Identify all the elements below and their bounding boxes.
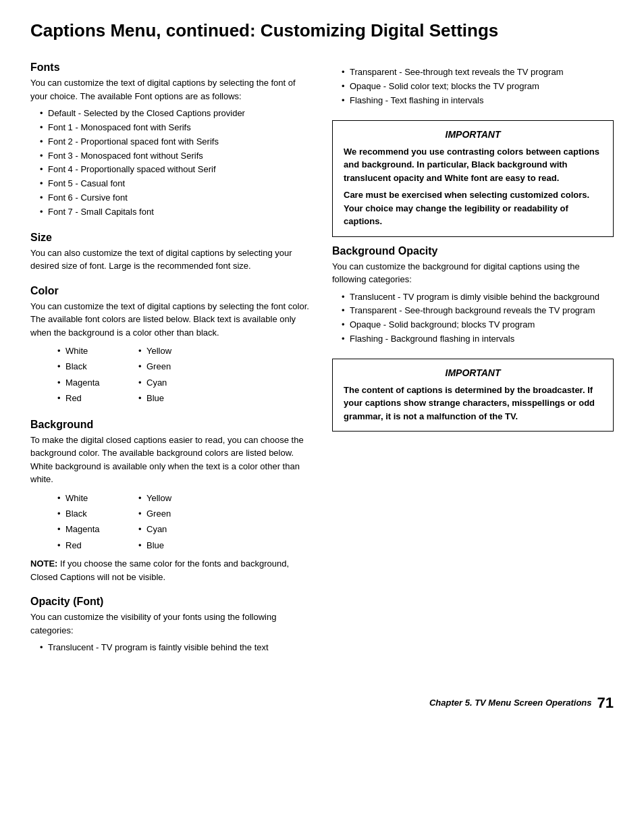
list-item: Flashing - Background flashing in interv… — [343, 332, 614, 346]
background-opacity-section: Background Opacity You can customize the… — [332, 245, 614, 346]
list-item: Translucent - TV program is dimly visibl… — [343, 290, 614, 305]
important-title-2: IMPORTANT — [344, 367, 602, 378]
fonts-heading: Fonts — [30, 61, 312, 74]
list-item: Flashing - Text flashing in intervals — [343, 94, 614, 108]
color-item: Green — [138, 506, 219, 521]
color-item: Magenta — [57, 375, 138, 390]
opacity-font-heading: Opacity (Font) — [30, 596, 312, 608]
list-item: Default - Selected by the Closed Caption… — [41, 107, 312, 121]
important-paragraph-3: The content of captions is determined by… — [344, 384, 602, 423]
color-item: Blue — [138, 538, 219, 553]
page-title: Captions Menu, continued: Customizing Di… — [30, 20, 614, 41]
important-box-1: IMPORTANT We recommend you use contrasti… — [332, 120, 614, 237]
important-paragraph-1: We recommend you use contrasting colors … — [344, 145, 602, 185]
background-section: Background To make the digital closed ca… — [30, 419, 312, 584]
size-body: You can also customize the text of digit… — [30, 246, 312, 273]
color-item: White — [57, 490, 138, 506]
page-number: 71 — [597, 694, 614, 712]
list-item: Transparent - See-through background rev… — [343, 304, 614, 318]
background-note: NOTE: If you choose the same color for t… — [30, 557, 312, 583]
fonts-body: You can customize the text of digital ca… — [30, 76, 312, 103]
color-item: Black — [57, 359, 138, 374]
left-column: Fonts You can customize the text of digi… — [30, 61, 312, 667]
background-opacity-list: Translucent - TV program is dimly visibl… — [332, 290, 614, 346]
list-item: Transparent - See-through text reveals t… — [343, 66, 614, 80]
background-color-grid: White Yellow Black Green Magenta Cyan Re… — [30, 490, 312, 554]
color-item: Cyan — [138, 521, 219, 537]
important-box-2: IMPORTANT The content of captions is det… — [332, 359, 614, 432]
color-section: Color You can customize the text of digi… — [30, 285, 312, 407]
list-item: Font 1 - Monospaced font with Serifs — [41, 121, 312, 135]
color-item: Red — [57, 390, 138, 406]
color-item: Green — [138, 359, 219, 374]
list-item: Font 7 - Small Capitals font — [41, 205, 312, 219]
opacity-font-body: You can customize the visibility of your… — [30, 610, 312, 637]
color-item: Yellow — [138, 343, 219, 359]
footer-text: Chapter 5. TV Menu Screen Operations — [429, 698, 592, 708]
color-item: Red — [57, 538, 138, 553]
color-heading: Color — [30, 285, 312, 297]
right-column: Transparent - See-through text reveals t… — [332, 61, 614, 667]
opacity-font-continued: Transparent - See-through text reveals t… — [332, 66, 614, 107]
list-item: Font 6 - Cursive font — [41, 191, 312, 205]
color-item: White — [57, 343, 138, 359]
color-item: Cyan — [138, 375, 219, 390]
list-item: Font 3 - Monospaced font without Serifs — [41, 149, 312, 163]
list-item: Opaque - Solid color text; blocks the TV… — [343, 80, 614, 94]
list-item: Font 4 - Proportionally spaced without S… — [41, 163, 312, 177]
opacity-font-list: Translucent - TV program is faintly visi… — [30, 641, 312, 655]
list-item: Opaque - Solid background; blocks TV pro… — [343, 318, 614, 332]
background-opacity-heading: Background Opacity — [332, 245, 614, 257]
color-item: Blue — [138, 390, 219, 406]
size-section: Size You can also customize the text of … — [30, 232, 312, 273]
size-heading: Size — [30, 232, 312, 244]
page-footer: Chapter 5. TV Menu Screen Operations 71 — [30, 687, 614, 712]
important-title-1: IMPORTANT — [344, 129, 602, 140]
background-body: To make the digital closed captions easi… — [30, 434, 312, 486]
opacity-continued-list: Transparent - See-through text reveals t… — [332, 66, 614, 107]
fonts-section: Fonts You can customize the text of digi… — [30, 61, 312, 219]
list-item: Font 5 - Casual font — [41, 177, 312, 191]
color-item: Black — [57, 506, 138, 521]
opacity-font-section: Opacity (Font) You can customize the vis… — [30, 596, 312, 655]
color-grid: White Yellow Black Green Magenta Cyan Re… — [30, 343, 312, 407]
background-heading: Background — [30, 419, 312, 431]
color-item: Yellow — [138, 490, 219, 506]
list-item: Translucent - TV program is faintly visi… — [41, 641, 312, 655]
color-item: Magenta — [57, 521, 138, 537]
important-paragraph-2: Care must be exercised when selecting cu… — [344, 188, 602, 228]
color-body: You can customize the text of digital ca… — [30, 300, 312, 340]
list-item: Font 2 - Proportional spaced font with S… — [41, 135, 312, 149]
fonts-list: Default - Selected by the Closed Caption… — [30, 107, 312, 219]
background-opacity-body: You can customize the background for dig… — [332, 260, 614, 286]
